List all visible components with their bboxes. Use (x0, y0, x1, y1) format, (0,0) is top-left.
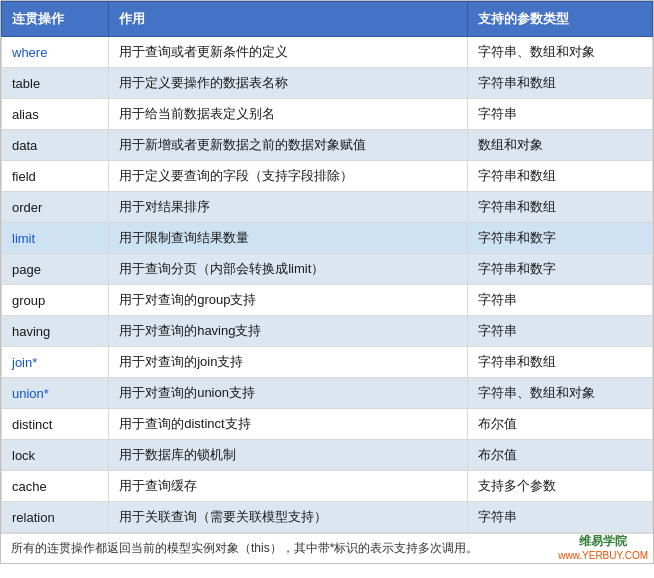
op-desc-cell: 用于查询分页（内部会转换成limit） (109, 254, 468, 285)
table-row: union*用于对查询的union支持字符串、数组和对象 (2, 378, 653, 409)
op-desc-cell: 用于查询的distinct支持 (109, 409, 468, 440)
op-name-cell: where (2, 37, 109, 68)
op-types-cell: 支持多个参数 (468, 471, 653, 502)
op-desc-cell: 用于定义要操作的数据表名称 (109, 68, 468, 99)
op-name-cell: limit (2, 223, 109, 254)
op-name-cell: cache (2, 471, 109, 502)
op-desc-cell: 用于查询缓存 (109, 471, 468, 502)
op-desc-cell: 用于数据库的锁机制 (109, 440, 468, 471)
op-types-cell: 布尔值 (468, 409, 653, 440)
op-desc-cell: 用于限制查询结果数量 (109, 223, 468, 254)
op-types-cell: 数组和对象 (468, 130, 653, 161)
footer-note: 所有的连贯操作都返回当前的模型实例对象（this），其中带*标识的表示支持多次调… (1, 533, 653, 563)
op-desc-cell: 用于关联查询（需要关联模型支持） (109, 502, 468, 533)
op-desc-cell: 用于定义要查询的字段（支持字段排除） (109, 161, 468, 192)
op-types-cell: 字符串 (468, 99, 653, 130)
op-types-cell: 字符串和数组 (468, 347, 653, 378)
table-row: join*用于对查询的join支持字符串和数组 (2, 347, 653, 378)
op-name-cell: join* (2, 347, 109, 378)
table-row: group用于对查询的group支持字符串 (2, 285, 653, 316)
op-name-cell: data (2, 130, 109, 161)
main-container: 连贯操作 作用 支持的参数类型 where用于查询或者更新条件的定义字符串、数组… (0, 0, 654, 564)
op-desc-cell: 用于给当前数据表定义别名 (109, 99, 468, 130)
op-name-cell: order (2, 192, 109, 223)
table-row: alias用于给当前数据表定义别名字符串 (2, 99, 653, 130)
watermark: 维易学院 www.YERBUY.COM (558, 533, 648, 561)
table-row: distinct用于查询的distinct支持布尔值 (2, 409, 653, 440)
op-types-cell: 字符串和数组 (468, 161, 653, 192)
op-types-cell: 字符串和数组 (468, 68, 653, 99)
op-desc-cell: 用于新增或者更新数据之前的数据对象赋值 (109, 130, 468, 161)
op-desc-cell: 用于对查询的union支持 (109, 378, 468, 409)
table-row: where用于查询或者更新条件的定义字符串、数组和对象 (2, 37, 653, 68)
table-row: table用于定义要操作的数据表名称字符串和数组 (2, 68, 653, 99)
op-types-cell: 字符串 (468, 316, 653, 347)
op-name-cell: lock (2, 440, 109, 471)
op-name-cell: table (2, 68, 109, 99)
watermark-title: 维易学院 (558, 533, 648, 550)
op-types-cell: 字符串和数字 (468, 223, 653, 254)
table-row: relation用于关联查询（需要关联模型支持）字符串 (2, 502, 653, 533)
table-header-row: 连贯操作 作用 支持的参数类型 (2, 2, 653, 37)
op-desc-cell: 用于对查询的having支持 (109, 316, 468, 347)
op-name-cell: page (2, 254, 109, 285)
op-name-cell: having (2, 316, 109, 347)
table-row: data用于新增或者更新数据之前的数据对象赋值数组和对象 (2, 130, 653, 161)
col-header-op: 连贯操作 (2, 2, 109, 37)
op-name-cell: distinct (2, 409, 109, 440)
op-name-cell: union* (2, 378, 109, 409)
table-row: field用于定义要查询的字段（支持字段排除）字符串和数组 (2, 161, 653, 192)
op-types-cell: 字符串、数组和对象 (468, 378, 653, 409)
col-header-desc: 作用 (109, 2, 468, 37)
op-desc-cell: 用于对查询的group支持 (109, 285, 468, 316)
op-types-cell: 字符串、数组和对象 (468, 37, 653, 68)
table-row: order用于对结果排序字符串和数组 (2, 192, 653, 223)
table-row: cache用于查询缓存支持多个参数 (2, 471, 653, 502)
footer-text: 所有的连贯操作都返回当前的模型实例对象（this），其中带*标识的表示支持多次调… (11, 541, 478, 555)
op-types-cell: 布尔值 (468, 440, 653, 471)
operations-table: 连贯操作 作用 支持的参数类型 where用于查询或者更新条件的定义字符串、数组… (1, 1, 653, 533)
table-row: limit用于限制查询结果数量字符串和数字 (2, 223, 653, 254)
op-types-cell: 字符串 (468, 285, 653, 316)
op-types-cell: 字符串 (468, 502, 653, 533)
op-desc-cell: 用于对查询的join支持 (109, 347, 468, 378)
op-name-cell: alias (2, 99, 109, 130)
op-name-cell: group (2, 285, 109, 316)
op-name-cell: field (2, 161, 109, 192)
table-row: having用于对查询的having支持字符串 (2, 316, 653, 347)
op-desc-cell: 用于对结果排序 (109, 192, 468, 223)
op-desc-cell: 用于查询或者更新条件的定义 (109, 37, 468, 68)
op-name-cell: relation (2, 502, 109, 533)
watermark-url: www.YERBUY.COM (558, 550, 648, 561)
table-row: page用于查询分页（内部会转换成limit）字符串和数字 (2, 254, 653, 285)
op-types-cell: 字符串和数字 (468, 254, 653, 285)
table-row: lock用于数据库的锁机制布尔值 (2, 440, 653, 471)
col-header-types: 支持的参数类型 (468, 2, 653, 37)
op-types-cell: 字符串和数组 (468, 192, 653, 223)
